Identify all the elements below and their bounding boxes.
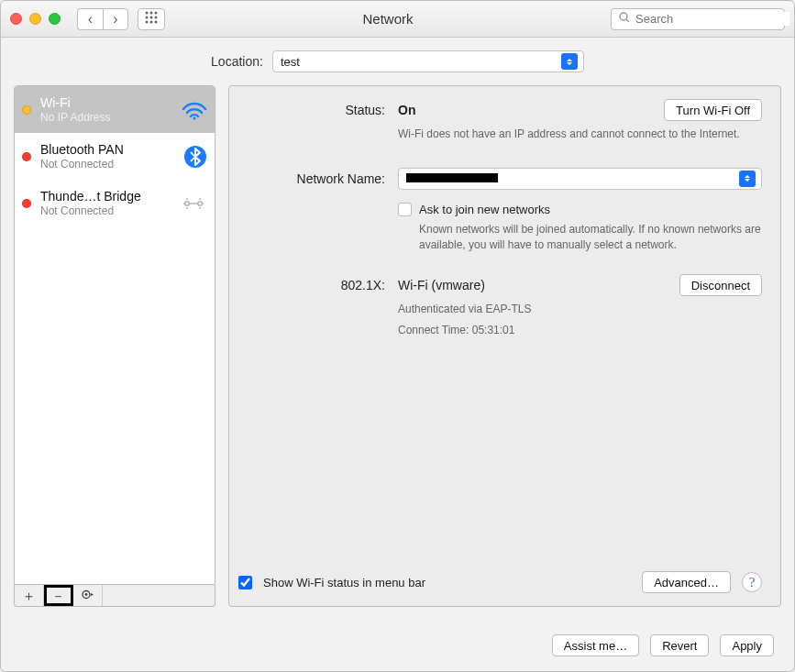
svg-point-4 <box>150 17 153 19</box>
minimize-button[interactable] <box>29 13 41 25</box>
titlebar: ‹ › Network <box>1 1 794 38</box>
apply-button[interactable]: Apply <box>720 634 774 656</box>
status-value-group: On Turn Wi-Fi Off Wi-Fi does not have an… <box>398 99 762 142</box>
dot1x-label: 802.1X: <box>238 274 385 292</box>
ask-to-join-checkbox[interactable] <box>398 203 412 216</box>
bluetooth-icon <box>183 145 207 169</box>
status-value: On <box>398 103 415 117</box>
dot1x-time-line: Connect Time: 05:31:01 <box>398 323 762 338</box>
ask-to-join-note: Known networks will be joined automatica… <box>419 222 762 253</box>
service-name: Bluetooth PAN <box>40 142 174 158</box>
grid-icon <box>145 11 158 27</box>
dot1x-row: 802.1X: Wi-Fi (vmware) Disconnect Authen… <box>238 274 762 338</box>
service-name: Wi-Fi <box>40 95 172 111</box>
svg-point-11 <box>193 116 195 119</box>
forward-button[interactable]: › <box>103 8 128 30</box>
revert-button[interactable]: Revert <box>650 634 709 656</box>
minus-icon: － <box>51 589 65 602</box>
back-button[interactable]: ‹ <box>77 8 103 30</box>
chevron-left-icon: ‹ <box>88 11 93 28</box>
close-button[interactable] <box>10 13 22 25</box>
service-texts: Thunde…t Bridge Not Connected <box>40 189 171 217</box>
service-sub: No IP Address <box>40 111 172 124</box>
show-all-button[interactable] <box>138 8 165 30</box>
location-bar: Location: test <box>1 38 794 85</box>
dot1x-value-group: Wi-Fi (vmware) Disconnect Authenticated … <box>398 274 762 338</box>
network-name-select[interactable] <box>398 168 762 190</box>
plus-icon: ＋ <box>22 589 36 602</box>
network-prefpane-window: ‹ › Network Location: test <box>0 0 795 672</box>
svg-point-1 <box>150 12 153 15</box>
status-row: Status: On Turn Wi-Fi Off Wi-Fi does not… <box>238 99 762 142</box>
detail-panel: Status: On Turn Wi-Fi Off Wi-Fi does not… <box>228 85 781 607</box>
service-sub: Not Connected <box>40 204 171 217</box>
location-select[interactable]: test <box>272 50 584 72</box>
window-title: Network <box>174 11 602 27</box>
search-icon <box>619 12 630 26</box>
svg-point-8 <box>155 21 158 24</box>
status-dot <box>22 152 31 161</box>
assist-me-button[interactable]: Assist me… <box>552 634 639 656</box>
help-button[interactable]: ? <box>742 572 762 592</box>
service-texts: Bluetooth PAN Not Connected <box>40 142 174 171</box>
dot1x-disconnect-button[interactable]: Disconnect <box>679 274 762 296</box>
service-action-menu[interactable] <box>73 585 103 606</box>
svg-point-13 <box>185 202 189 205</box>
svg-point-3 <box>146 17 149 19</box>
svg-point-14 <box>198 202 202 205</box>
service-item-thunderbolt-bridge[interactable]: Thunde…t Bridge Not Connected <box>15 180 215 226</box>
status-dot <box>22 105 31 115</box>
service-toolbar: ＋ － <box>14 585 215 607</box>
content-split: Wi-Fi No IP Address Bluetooth PAN Not Co <box>1 85 794 620</box>
sidebar: Wi-Fi No IP Address Bluetooth PAN Not Co <box>14 85 215 607</box>
detail-bottom-bar: Show Wi-Fi status in menu bar Advanced… … <box>238 571 762 593</box>
service-name: Thunde…t Bridge <box>40 189 171 204</box>
wifi-icon <box>182 100 207 120</box>
show-in-menubar-label: Show Wi-Fi status in menu bar <box>263 576 425 589</box>
svg-point-6 <box>146 21 149 24</box>
remove-service-button[interactable]: － <box>44 585 73 606</box>
select-caret-icon <box>561 53 578 70</box>
zoom-button[interactable] <box>49 13 61 25</box>
network-name-row: Network Name: Ask to join new networks K… <box>238 168 762 253</box>
svg-point-9 <box>620 13 627 20</box>
nav-pair: ‹ › <box>77 8 128 30</box>
search-input[interactable] <box>635 12 789 26</box>
svg-point-2 <box>155 12 158 15</box>
select-caret-icon <box>739 171 756 187</box>
service-texts: Wi-Fi No IP Address <box>40 95 172 124</box>
dot1x-profile: Wi-Fi (vmware) <box>398 278 485 292</box>
show-in-menubar-checkbox[interactable] <box>238 576 252 589</box>
svg-point-16 <box>85 593 88 596</box>
status-dot <box>22 199 31 208</box>
svg-point-5 <box>155 17 158 19</box>
redacted-block <box>406 173 498 182</box>
window-footer: Assist me… Revert Apply <box>1 620 794 671</box>
network-name-value <box>406 171 734 185</box>
traffic-lights <box>10 13 61 25</box>
search-field[interactable] <box>611 8 785 30</box>
toggle-wifi-button[interactable]: Turn Wi-Fi Off <box>664 99 762 121</box>
status-note: Wi-Fi does not have an IP address and ca… <box>398 127 762 142</box>
service-item-wifi[interactable]: Wi-Fi No IP Address <box>15 86 215 133</box>
status-label: Status: <box>238 99 385 117</box>
gear-icon <box>81 588 94 603</box>
advanced-button[interactable]: Advanced… <box>642 571 731 593</box>
service-sub: Not Connected <box>40 158 174 171</box>
svg-line-10 <box>626 19 629 22</box>
network-name-value-group: Ask to join new networks Known networks … <box>398 168 762 253</box>
service-list[interactable]: Wi-Fi No IP Address Bluetooth PAN Not Co <box>14 85 215 585</box>
service-item-bluetooth[interactable]: Bluetooth PAN Not Connected <box>15 133 215 180</box>
add-service-button[interactable]: ＋ <box>15 585 44 606</box>
location-value: test <box>281 55 556 69</box>
svg-point-0 <box>146 12 149 15</box>
network-name-label: Network Name: <box>238 168 385 186</box>
location-label: Location: <box>211 54 263 69</box>
thunderbolt-bridge-icon <box>180 193 207 214</box>
dot1x-auth-line: Authenticated via EAP-TLS <box>398 302 762 317</box>
svg-point-7 <box>150 21 153 24</box>
ask-to-join-label: Ask to join new networks <box>419 203 550 216</box>
chevron-right-icon: › <box>113 11 117 28</box>
